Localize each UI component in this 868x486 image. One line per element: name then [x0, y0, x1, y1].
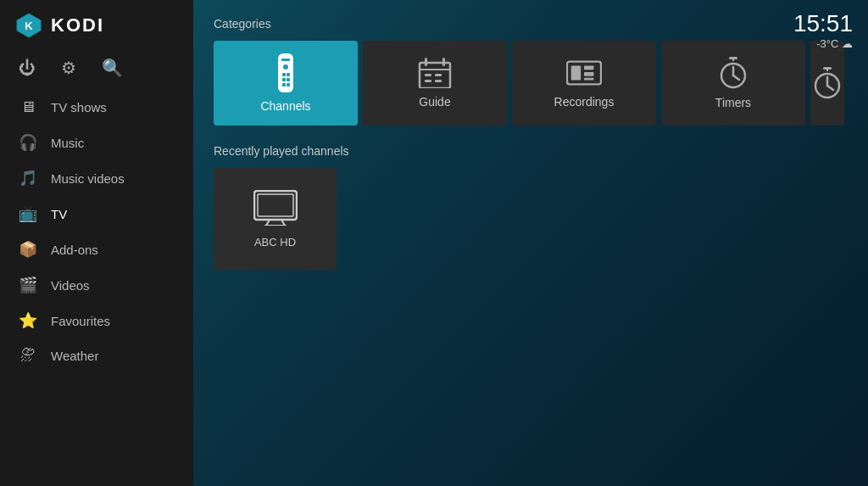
categories-label: Categories [214, 17, 848, 31]
sidebar-item-label: Favourites [51, 314, 110, 328]
sidebar-item-music[interactable]: 🎧 Music [0, 125, 193, 160]
clock-area: 15:51 -3°C ☁ [793, 12, 853, 50]
guide-icon [418, 58, 452, 88]
sidebar-item-label: TV [51, 207, 67, 221]
sidebar-item-label: Music [51, 136, 84, 150]
channel-tile-label: ABC HD [254, 236, 296, 249]
category-tile-label: Recordings [554, 95, 615, 109]
timer-icon [719, 57, 748, 89]
app-logo: K KODI [0, 0, 193, 51]
top-icons-row: ⏻ ⚙ 🔍 [0, 51, 193, 90]
sidebar-item-favourites[interactable]: ⭐ Favourites [0, 303, 193, 338]
svg-text:K: K [25, 20, 33, 32]
settings-button[interactable]: ⚙ [61, 58, 76, 78]
favourites-icon: ⭐ [19, 311, 37, 330]
sidebar-item-label: TV shows [51, 100, 107, 115]
category-tile-partial[interactable] [810, 41, 844, 126]
svg-rect-17 [425, 80, 431, 82]
sidebar: K KODI ⏻ ⚙ 🔍 🖥 TV shows 🎧 Music 🎵 Music … [0, 0, 193, 486]
category-tile-guide[interactable]: Guide [363, 41, 507, 126]
add-ons-icon: 📦 [19, 240, 37, 259]
sidebar-nav: 🖥 TV shows 🎧 Music 🎵 Music videos 📺 TV 📦… [0, 90, 193, 486]
svg-rect-12 [425, 58, 427, 66]
svg-rect-35 [258, 194, 293, 216]
svg-rect-30 [826, 67, 828, 71]
sidebar-item-weather[interactable]: ⛈ Weather [0, 338, 193, 373]
sidebar-item-label: Music videos [51, 171, 125, 186]
sidebar-item-label: Videos [51, 278, 90, 293]
recordings-icon [566, 58, 602, 88]
svg-rect-3 [281, 59, 290, 61]
sidebar-item-tv[interactable]: 📺 TV [0, 196, 193, 232]
categories-row: Channels Guide [214, 41, 848, 126]
category-tile-label: Guide [419, 95, 450, 109]
main-content: 15:51 -3°C ☁ Categories Channels [193, 0, 868, 486]
category-tile-recordings[interactable]: Recordings [512, 41, 656, 126]
channel-tile-abc-hd[interactable]: ABC HD [214, 168, 337, 270]
search-button[interactable]: 🔍 [102, 58, 123, 78]
music-videos-icon: 🎵 [19, 169, 37, 187]
channels-row: ABC HD [214, 168, 848, 270]
svg-rect-5 [282, 73, 286, 76]
svg-rect-25 [732, 57, 734, 61]
svg-rect-20 [571, 65, 581, 80]
sidebar-item-label: Add-ons [51, 243, 98, 257]
power-button[interactable]: ⏻ [19, 59, 36, 78]
app-name: KODI [51, 14, 104, 36]
videos-icon: 🎬 [19, 276, 37, 294]
category-tile-channels[interactable]: Channels [214, 41, 358, 126]
svg-rect-34 [254, 191, 297, 220]
clock-meta: -3°C ☁ [793, 37, 853, 50]
svg-rect-21 [584, 65, 593, 70]
svg-point-4 [283, 64, 288, 70]
tv-screen-icon [253, 190, 298, 226]
sidebar-item-music-videos[interactable]: 🎵 Music videos [0, 160, 193, 196]
svg-rect-16 [435, 74, 442, 76]
category-tile-label: Timers [715, 96, 751, 109]
sidebar-item-videos[interactable]: 🎬 Videos [0, 267, 193, 303]
svg-rect-8 [287, 78, 290, 81]
category-tile-label: Channels [260, 99, 310, 113]
svg-rect-10 [287, 83, 290, 87]
svg-rect-15 [425, 74, 431, 76]
svg-line-28 [733, 75, 739, 80]
svg-rect-23 [584, 78, 593, 81]
weather-icon: ⛈ [19, 347, 37, 365]
timer-partial-icon [813, 67, 842, 99]
svg-rect-18 [435, 80, 442, 82]
category-tile-timers[interactable]: Timers [661, 41, 805, 126]
sidebar-item-label: Weather [51, 349, 98, 363]
remote-icon [270, 53, 301, 92]
clock-time: 15:51 [793, 12, 853, 36]
svg-rect-9 [282, 83, 286, 87]
recently-played-label: Recently played channels [214, 144, 848, 158]
tv-icon: 📺 [19, 204, 37, 223]
tv-shows-icon: 🖥 [19, 98, 37, 116]
kodi-logo-icon: K [15, 12, 42, 39]
svg-line-33 [827, 86, 833, 90]
svg-rect-13 [442, 58, 445, 66]
svg-rect-7 [282, 78, 286, 81]
svg-rect-6 [287, 73, 290, 76]
svg-rect-14 [420, 69, 450, 70]
sidebar-item-tv-shows[interactable]: 🖥 TV shows [0, 90, 193, 125]
svg-rect-22 [584, 72, 593, 76]
music-icon: 🎧 [19, 133, 37, 152]
sidebar-item-add-ons[interactable]: 📦 Add-ons [0, 232, 193, 267]
